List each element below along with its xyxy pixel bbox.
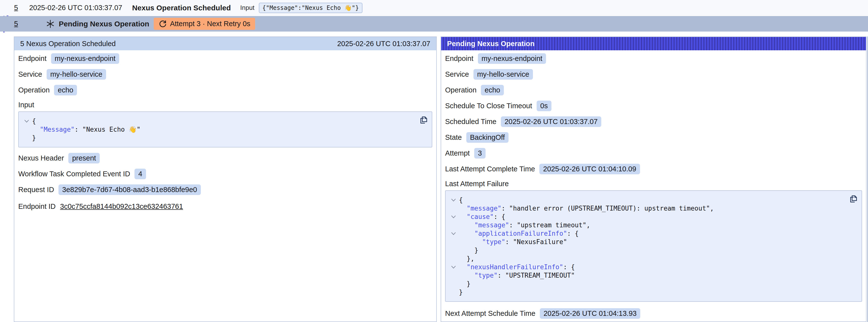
code-line: } [448, 246, 844, 254]
field-row: Workflow Task Completed Event ID4 [18, 169, 432, 179]
field-row: Next Attempt Schedule Time2025-02-26 UTC… [445, 308, 862, 319]
copy-button[interactable] [418, 115, 428, 125]
field-label: Scheduled Time [445, 118, 496, 126]
field-label: Input [18, 101, 432, 109]
code-text: { [459, 196, 463, 204]
code-text: "message": "upstream timeout", [459, 221, 590, 229]
field-row: Request ID3e829b7e-7d67-4b08-aad3-b1e868… [18, 185, 432, 195]
event-input-label: Input [240, 4, 255, 11]
field-label: Operation [445, 86, 476, 94]
code-text: "applicationFailureInfo": { [459, 229, 579, 238]
pending-title: Pending Nexus Operation [59, 20, 149, 28]
field-label: Nexus Header [18, 154, 64, 162]
collapse-chevron-icon[interactable] [448, 196, 459, 204]
pending-operation-body: Endpointmy-nexus-endpointServicemy-hello… [441, 50, 866, 319]
field-label: Endpoint [445, 55, 473, 63]
code-line: } [448, 280, 844, 288]
event-id-link[interactable]: 5 [14, 4, 18, 12]
code-line: } [448, 288, 844, 296]
collapse-chevron-icon[interactable] [448, 263, 459, 271]
code-line: "nexusHandlerFailureInfo": { [448, 263, 844, 271]
pending-operation-header-title: Pending Nexus Operation [447, 40, 535, 48]
gutter-spacer [448, 221, 459, 229]
field-label: Schedule To Close Timeout [445, 102, 532, 110]
endpoint-id-link[interactable]: 3c0c75ccfa8144b092c13ce632463761 [60, 202, 183, 211]
gutter-spacer [448, 238, 459, 246]
event-timestamp: 2025-02-26 UTC 01:03:37.07 [29, 4, 122, 12]
field-row: Schedule To Close Timeout0s [445, 101, 862, 111]
field-label: Request ID [18, 186, 54, 194]
field-value-chip: my-hello-service [473, 69, 533, 79]
pending-operation-panel: Pending Nexus Operation Endpointmy-nexus… [441, 36, 867, 322]
field-label: Attempt [445, 149, 470, 157]
field-value-chip: 4 [134, 169, 146, 179]
collapse-chevron-icon[interactable] [448, 213, 459, 221]
event-id-link[interactable]: 5 [14, 20, 18, 28]
code-line: "message": "upstream timeout", [448, 221, 844, 229]
field-value-chip: 2025-02-26 UTC 01:04:10.09 [539, 164, 640, 174]
code-text: "type": "UPSTREAM_TIMEOUT" [459, 271, 575, 280]
field-label: Service [18, 70, 42, 78]
field-label: Endpoint [18, 55, 46, 63]
json-code-block: { "message": "handler error (UPSTREAM_TI… [445, 190, 862, 302]
code-line: "type": "UPSTREAM_TIMEOUT" [448, 271, 844, 280]
gutter-spacer [448, 204, 459, 213]
field-label: Service [445, 70, 469, 78]
event-detail-header-title: 5 Nexus Operation Scheduled [20, 40, 116, 48]
event-detail-header-timestamp: 2025-02-26 UTC 01:03:37.07 [337, 40, 430, 48]
pending-operation-header: Pending Nexus Operation [441, 37, 866, 50]
field-label: State [445, 133, 462, 141]
field-row: Endpointmy-nexus-endpoint [445, 53, 862, 64]
field-label: Next Attempt Schedule Time [445, 310, 535, 318]
field-value-chip: 3 [474, 148, 486, 159]
code-line: "Message": "Nexus Echo 👋" [21, 125, 414, 134]
event-detail-panel: 5 Nexus Operation Scheduled 2025-02-26 U… [14, 36, 437, 322]
code-text: } [459, 246, 478, 254]
pending-asterisk-icon [46, 20, 55, 28]
code-line: "message": "handler error (UPSTREAM_TIME… [448, 204, 844, 213]
code-line: "type": "NexusFailure" [448, 238, 844, 246]
code-text: "nexusHandlerFailureInfo": { [459, 263, 575, 271]
retry-icon [159, 20, 166, 28]
event-history-row-scheduled[interactable]: 5 2025-02-26 UTC 01:03:37.07 Nexus Opera… [0, 0, 868, 15]
event-history-row-pending[interactable]: 5 Pending Nexus Operation Attempt 3 · Ne… [0, 16, 868, 32]
retry-attempt-badge: Attempt 3 · Next Retry 0s [154, 18, 255, 30]
code-line: } [21, 134, 414, 142]
field-row: Endpointmy-nexus-endpoint [18, 53, 432, 64]
code-text: "type": "NexusFailure" [459, 238, 567, 246]
field-row: Attempt3 [445, 148, 862, 158]
field-value-chip: my-nexus-endpoint [478, 53, 546, 64]
event-detail-header: 5 Nexus Operation Scheduled 2025-02-26 U… [14, 37, 436, 50]
field-row: Servicemy-hello-service [445, 69, 862, 79]
collapse-chevron-icon[interactable] [448, 229, 459, 238]
field-value-chip: BackingOff [466, 132, 508, 143]
field-value-chip: present [68, 153, 100, 163]
field-label: Endpoint ID [18, 202, 56, 211]
field-value-chip: 2025-02-26 UTC 01:04:13.93 [540, 308, 640, 319]
code-text: } [459, 280, 470, 288]
code-text: "message": "handler error (UPSTREAM_TIME… [459, 204, 714, 213]
field-value-chip: 2025-02-26 UTC 01:03:37.07 [501, 117, 601, 127]
field-label: Last Attempt Complete Time [445, 165, 535, 173]
field-row: Endpoint ID3c0c75ccfa8144b092c13ce632463… [18, 201, 432, 212]
field-value-chip: echo [54, 85, 77, 95]
field-row: Servicemy-hello-service [18, 69, 432, 79]
code-text: { [32, 117, 36, 125]
retry-badge-text: Attempt 3 · Next Retry 0s [170, 20, 250, 28]
code-line: { [448, 196, 844, 204]
code-line: { [21, 117, 414, 125]
field-row: Last Attempt Complete Time2025-02-26 UTC… [445, 164, 862, 174]
collapse-chevron-icon[interactable] [21, 117, 32, 125]
code-text: }, [459, 254, 474, 263]
field-row: StateBackingOff [445, 132, 862, 142]
copy-button[interactable] [848, 194, 858, 204]
code-text: } [32, 134, 36, 142]
field-value-chip: 3e829b7e-7d67-4b08-aad3-b1e868bfe9e0 [59, 185, 201, 195]
field-label: Operation [18, 86, 50, 94]
field-row: Operationecho [445, 85, 862, 95]
event-input-value-chip[interactable]: {"Message":"Nexus Echo 👋"} [259, 3, 362, 13]
gutter-spacer [448, 246, 459, 254]
field-value-chip: my-hello-service [46, 69, 106, 79]
field-row: Nexus Headerpresent [18, 153, 432, 163]
field-value-chip: 0s [537, 101, 552, 111]
